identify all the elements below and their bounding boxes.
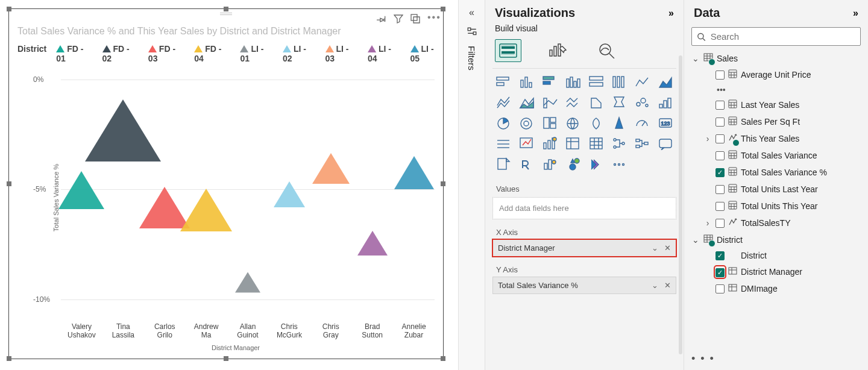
collapse-data-icon[interactable]: » — [853, 8, 858, 19]
format-visual-tab[interactable] — [544, 39, 571, 62]
viz-type-icon[interactable] — [634, 116, 650, 130]
viz-type-icon[interactable] — [611, 95, 627, 110]
field-checkbox[interactable] — [715, 284, 725, 293]
viz-type-icon[interactable] — [518, 75, 535, 89]
viz-type-icon[interactable] — [588, 136, 605, 151]
resize-handle[interactable] — [224, 356, 228, 361]
filter-icon[interactable] — [394, 14, 403, 24]
field-checkbox[interactable] — [715, 202, 725, 211]
field-node[interactable]: DMImage — [690, 282, 863, 295]
pin-icon[interactable] — [377, 14, 386, 24]
field-checkbox[interactable] — [715, 71, 725, 80]
yaxis-chip[interactable]: Total Sales Variance % ⌄✕ — [492, 277, 676, 294]
viz-type-icon[interactable] — [495, 95, 512, 110]
resize-handle[interactable] — [7, 7, 11, 11]
viz-type-icon[interactable] — [611, 116, 627, 130]
field-node[interactable]: Total Units This Year — [690, 199, 863, 213]
field-checkbox[interactable] — [715, 219, 725, 228]
build-visual-tab[interactable] — [495, 39, 521, 62]
chart-mark[interactable] — [274, 180, 305, 207]
filter-icon[interactable] — [467, 27, 477, 37]
chart-mark[interactable] — [357, 229, 388, 256]
viz-type-icon[interactable] — [541, 116, 558, 130]
field-node[interactable]: Last Year Sales — [690, 98, 863, 111]
field-node[interactable]: ✓District — [690, 249, 863, 262]
viz-type-icon[interactable] — [495, 75, 512, 89]
resize-handle[interactable] — [441, 356, 445, 361]
values-dropzone[interactable]: Add data fields here — [492, 197, 676, 219]
field-node[interactable]: ✓Total Sales Variance % — [690, 166, 863, 179]
viz-type-icon[interactable] — [564, 95, 581, 110]
viz-type-icon[interactable] — [518, 136, 535, 151]
field-checkbox[interactable] — [715, 151, 725, 160]
resize-handle[interactable] — [441, 7, 445, 11]
scrollbar[interactable] — [679, 55, 682, 354]
viz-type-icon[interactable] — [564, 136, 581, 151]
chevron-down-icon[interactable]: ⌄ — [652, 281, 658, 290]
viz-type-icon[interactable] — [518, 95, 535, 110]
report-canvas[interactable]: ••• Total Sales Variance % and This Year… — [0, 0, 458, 370]
viz-type-icon[interactable]: 123 — [657, 116, 674, 130]
viz-type-icon[interactable] — [541, 95, 558, 110]
drag-grip-icon[interactable] — [220, 13, 232, 17]
analytics-tab[interactable] — [594, 39, 620, 62]
chevron-down-icon[interactable]: ⌄ — [652, 243, 658, 252]
chart-mark[interactable] — [58, 169, 104, 209]
viz-type-icon[interactable] — [541, 75, 558, 89]
viz-type-icon[interactable] — [588, 75, 605, 89]
field-node[interactable]: ✓District Manager — [690, 265, 863, 278]
resize-handle[interactable] — [224, 7, 228, 11]
viz-type-icon[interactable] — [495, 116, 512, 130]
chart-mark[interactable] — [235, 271, 260, 293]
field-checkbox[interactable]: ✓ — [715, 168, 725, 177]
remove-field-icon[interactable]: ✕ — [664, 281, 671, 290]
more-icon[interactable]: • • • — [691, 353, 715, 365]
field-checkbox[interactable] — [715, 118, 725, 127]
field-checkbox[interactable]: ✓ — [715, 268, 725, 277]
field-node[interactable]: ›TotalSalesTY — [690, 216, 863, 230]
field-checkbox[interactable]: ✓ — [715, 251, 725, 260]
viz-type-icon[interactable] — [541, 136, 558, 151]
field-node[interactable]: Sales Per Sq Ft — [690, 115, 863, 128]
field-checkbox[interactable] — [715, 101, 725, 110]
collapse-viz-icon[interactable]: » — [668, 8, 674, 19]
viz-type-icon[interactable] — [564, 75, 581, 89]
xaxis-chip[interactable]: District Manager ⌄✕ — [492, 239, 676, 257]
viz-type-icon[interactable] — [495, 136, 512, 151]
viz-type-icon[interactable] — [634, 95, 650, 110]
viz-type-icon[interactable] — [588, 116, 605, 130]
chart-mark[interactable] — [312, 151, 350, 184]
chart-mark[interactable] — [394, 154, 434, 189]
viz-type-icon[interactable] — [495, 157, 512, 171]
viz-type-icon[interactable] — [657, 95, 674, 110]
viz-type-icon[interactable] — [611, 157, 627, 171]
table-node[interactable]: ⌄Sales — [690, 52, 863, 64]
focus-mode-icon[interactable] — [410, 14, 420, 24]
more-options-icon[interactable]: ••• — [427, 14, 437, 24]
viz-type-icon[interactable] — [611, 75, 627, 89]
viz-type-icon[interactable] — [634, 75, 650, 89]
table-node[interactable]: ⌄District — [690, 233, 863, 246]
field-node[interactable]: Average Unit Price — [690, 68, 863, 81]
viz-type-icon[interactable] — [564, 116, 581, 130]
chart-visual[interactable]: ••• Total Sales Variance % and This Year… — [8, 8, 444, 359]
viz-type-icon[interactable] — [564, 157, 581, 171]
resize-handle[interactable] — [7, 356, 11, 361]
field-node[interactable]: Total Sales Variance — [690, 149, 863, 162]
viz-type-icon[interactable] — [611, 136, 627, 151]
search-field[interactable] — [691, 27, 861, 46]
viz-type-icon[interactable] — [657, 75, 674, 89]
remove-field-icon[interactable]: ✕ — [664, 243, 671, 252]
viz-type-icon[interactable] — [541, 157, 558, 171]
expand-filters-icon[interactable]: « — [469, 7, 474, 18]
field-node[interactable]: Total Units Last Year — [690, 183, 863, 196]
resize-handle[interactable] — [7, 181, 11, 186]
search-input[interactable] — [711, 31, 855, 42]
viz-type-icon[interactable] — [518, 157, 535, 171]
chart-mark[interactable] — [180, 187, 232, 231]
viz-type-icon[interactable] — [518, 116, 535, 130]
field-checkbox[interactable] — [715, 134, 725, 143]
viz-type-icon[interactable] — [588, 157, 605, 171]
viz-type-icon[interactable] — [657, 136, 674, 151]
field-more-icon[interactable]: ••• — [690, 85, 863, 95]
